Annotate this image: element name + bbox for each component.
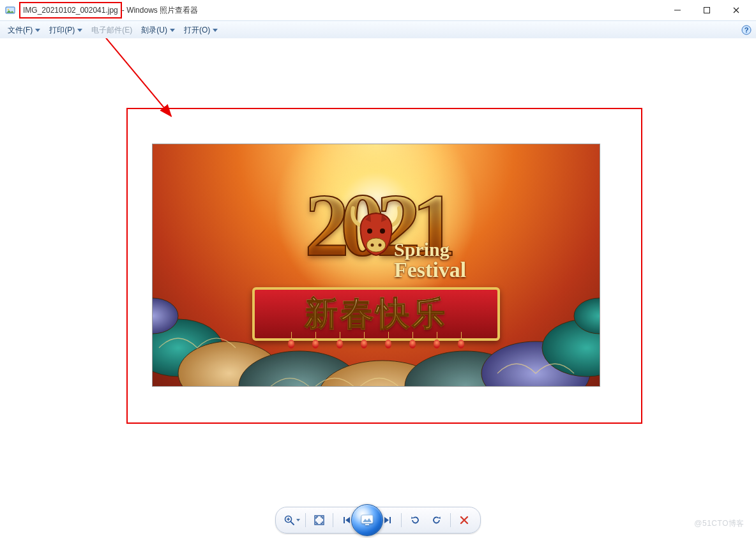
help-button[interactable]: ?: [741, 24, 752, 36]
toolbar-separator: [333, 513, 333, 527]
title-app-suffix: - Windows 照片查看器: [122, 5, 198, 16]
artwork-spring-festival: Spring Festival: [394, 240, 466, 281]
svg-rect-28: [365, 524, 369, 525]
menu-open-label: 打开(O): [184, 25, 210, 36]
window-title: IMG_20210102_002041.jpg - Windows 照片查看器: [19, 2, 198, 19]
artwork-spring-line1: Spring: [394, 239, 450, 260]
toolbar-separator: [401, 513, 402, 527]
slideshow-icon: [352, 505, 382, 535]
app-icon: [5, 5, 15, 15]
chevron-down-icon: [213, 29, 218, 32]
minimize-button[interactable]: [663, 1, 692, 20]
svg-point-1: [8, 9, 10, 11]
toolbar-separator: [305, 513, 306, 527]
photo-viewer-window: IMG_20210102_002041.jpg - Windows 照片查看器 …: [0, 0, 756, 538]
menu-file[interactable]: 文件(F): [4, 24, 44, 37]
svg-rect-26: [344, 517, 345, 523]
svg-point-19: [380, 228, 385, 234]
artwork-banner-text: 新春快乐: [305, 292, 448, 336]
svg-line-22: [291, 521, 294, 525]
image-viewport[interactable]: 2021 Spring Festival 新春快乐: [0, 38, 756, 502]
menu-open[interactable]: 打开(O): [180, 24, 222, 37]
rotate-cw-button[interactable]: [426, 511, 448, 529]
svg-rect-3: [704, 8, 710, 13]
title-filename: IMG_20210102_002041.jpg: [23, 6, 118, 15]
menubar: 文件(F) 打印(P) 电子邮件(E) 刻录(U) 打开(O) ?: [0, 20, 756, 40]
close-button[interactable]: [722, 1, 751, 20]
maximize-button[interactable]: [692, 1, 722, 20]
menu-burn-label: 刻录(U): [141, 25, 167, 36]
slideshow-button[interactable]: [351, 504, 383, 536]
svg-point-15: [367, 238, 386, 252]
menu-email-label: 电子邮件(E): [91, 25, 132, 36]
artwork-banner: 新春快乐: [252, 287, 500, 341]
chevron-down-icon: [35, 29, 40, 32]
svg-rect-27: [361, 515, 373, 523]
zoom-button[interactable]: [281, 511, 303, 529]
svg-text:?: ?: [745, 26, 749, 34]
displayed-image: 2021 Spring Festival 新春快乐: [152, 144, 600, 387]
annotation-filename-box: IMG_20210102_002041.jpg: [19, 2, 122, 19]
titlebar: IMG_20210102_002041.jpg - Windows 照片查看器: [0, 0, 756, 20]
svg-point-17: [379, 244, 382, 247]
toolbar-separator: [450, 513, 451, 527]
chevron-down-icon: [296, 519, 300, 521]
svg-point-16: [371, 244, 374, 247]
rotate-ccw-button[interactable]: [404, 511, 426, 529]
menu-file-label: 文件(F): [8, 25, 33, 36]
svg-point-18: [367, 228, 372, 234]
delete-button[interactable]: [453, 511, 475, 529]
svg-rect-2: [674, 10, 681, 11]
fit-window-button[interactable]: [308, 511, 330, 529]
toolbar-pill: [275, 507, 481, 534]
lanterns-decoration: [153, 340, 600, 355]
svg-rect-29: [389, 517, 391, 523]
viewer-toolbar: [0, 502, 756, 538]
chevron-down-icon: [77, 29, 82, 32]
menu-print[interactable]: 打印(P): [45, 24, 86, 37]
menu-print-label: 打印(P): [49, 25, 75, 36]
menu-email: 电子邮件(E): [87, 24, 136, 37]
chevron-down-icon: [170, 29, 175, 32]
svg-line-20: [91, 38, 171, 116]
menu-burn[interactable]: 刻录(U): [137, 24, 179, 37]
watermark: @51CTO博客: [694, 518, 745, 529]
artwork-spring-line2: Festival: [394, 259, 466, 281]
